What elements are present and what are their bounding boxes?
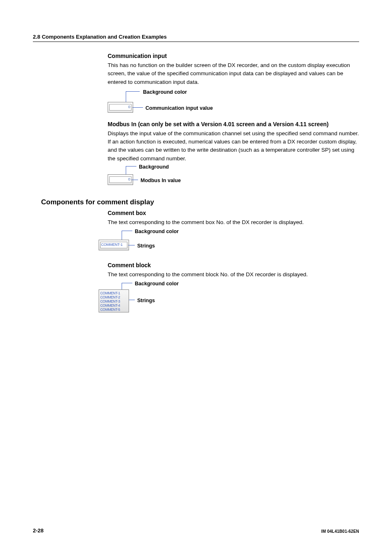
label-strings: Strings — [137, 297, 155, 305]
label-background-color: Background color — [135, 280, 179, 288]
comment-box-exterior: COMMENT-1 — [99, 240, 129, 250]
comment-block-line: COMMENT-4 — [100, 303, 127, 308]
para-comment-block: The text corresponding to the comment bl… — [108, 271, 362, 279]
diagram-comment-box: Background color COMMENT-1 Strings — [99, 228, 362, 255]
section-header: 2.8 Components Explanation and Creation … — [33, 34, 359, 42]
content-column: Communication input This has no function… — [108, 52, 362, 187]
footer: 2-28 IM 04L41B01-62EN — [33, 527, 359, 534]
comment-block-line: COMMENT-2 — [100, 295, 127, 299]
para-modbus-in: Displays the input value of the communic… — [108, 130, 362, 163]
input-box-exterior: 0 — [108, 174, 133, 185]
diagram-comment-block: Background color COMMENT-1 COMMENT-2 COM… — [99, 280, 362, 316]
label-background-color: Background color — [135, 228, 179, 236]
content-column-2: Comment box The text corresponding to th… — [108, 209, 362, 316]
input-box-value: 0 — [109, 176, 131, 183]
heading-modbus-in: Modbus In (can only be set with a Versio… — [108, 120, 362, 129]
input-box-exterior: 0 — [108, 102, 133, 113]
para-communication-input: This has no function on the builder scre… — [108, 61, 362, 86]
label-background-color: Background color — [143, 88, 187, 96]
label-comm-input-value: Communication input value — [145, 104, 213, 112]
page: 2.8 Components Explanation and Creation … — [0, 0, 392, 555]
heading-comment-block: Comment block — [108, 261, 362, 270]
document-id: IM 04L41B01-62EN — [321, 529, 359, 534]
comment-block-exterior: COMMENT-1 COMMENT-2 COMMENT-3 COMMENT-4 … — [99, 289, 129, 312]
para-comment-box: The text corresponding to the comment bo… — [108, 218, 362, 227]
comment-block-line: COMMENT-5 — [100, 308, 127, 312]
label-background: Background — [139, 163, 169, 171]
label-modbus-in-value: Modbus In value — [141, 177, 181, 185]
diagram-communication-input: Background color 0 Communication input v… — [108, 88, 362, 115]
heading-components-comment-display: Components for comment display — [41, 198, 359, 206]
label-strings: Strings — [137, 242, 155, 250]
comment-box-text: COMMENT-1 — [100, 242, 127, 248]
input-box-value: 0 — [109, 104, 131, 111]
page-number: 2-28 — [33, 527, 44, 534]
comment-block-line: COMMENT-1 — [100, 291, 127, 295]
comment-block-line: COMMENT-3 — [100, 299, 127, 303]
diagram-modbus-in: Background 0 Modbus In value — [108, 164, 362, 187]
heading-comment-box: Comment box — [108, 209, 362, 217]
heading-communication-input: Communication input — [108, 52, 362, 60]
